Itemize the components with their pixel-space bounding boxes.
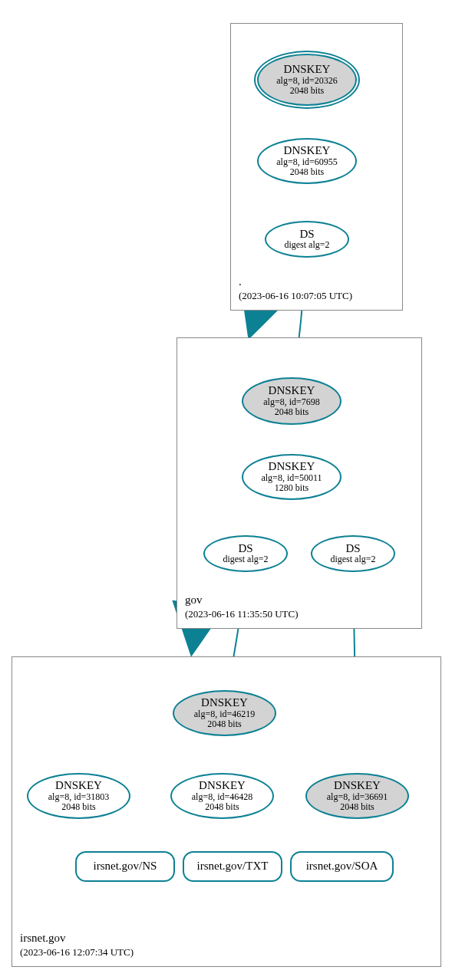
node-title: DNSKEY [334, 780, 381, 792]
node-irs-key2: DNSKEY alg=8, id=46428 2048 bits [170, 773, 274, 819]
node-gov-ksk: DNSKEY alg=8, id=7698 2048 bits [242, 377, 341, 425]
node-root-ksk: DNSKEY alg=8, id=20326 2048 bits [257, 54, 357, 106]
node-gov-ds1: DS digest alg=2 [203, 535, 288, 572]
node-title: irsnet.gov/TXT [197, 860, 269, 873]
node-sub: 2048 bits [207, 719, 241, 729]
node-sub: 1280 bits [275, 483, 308, 493]
node-title: DNSKEY [269, 461, 315, 473]
node-irs-key1: DNSKEY alg=8, id=31803 2048 bits [27, 773, 130, 819]
zone-date-root: (2023-06-16 10:07:05 UTC) [239, 290, 352, 302]
node-title: irsnet.gov/SOA [306, 860, 378, 873]
node-sub: 2048 bits [340, 802, 374, 812]
zone-name-irsnet: irsnet.gov [20, 932, 66, 945]
node-title: DNSKEY [284, 64, 331, 76]
node-title: DNSKEY [201, 697, 248, 709]
zone-date-gov: (2023-06-16 11:35:50 UTC) [185, 608, 299, 620]
node-sub: digest alg=2 [330, 554, 375, 564]
node-title: DS [238, 543, 252, 555]
zone-name-gov: gov [185, 594, 203, 607]
node-irs-key3: DNSKEY alg=8, id=36691 2048 bits [305, 773, 409, 819]
node-title: DNSKEY [55, 780, 102, 792]
zone-date-irsnet: (2023-06-16 12:07:34 UTC) [20, 946, 134, 959]
node-sub: 2048 bits [205, 802, 239, 812]
node-sub: alg=8, id=36691 [327, 792, 388, 802]
node-sub: alg=8, id=7698 [263, 397, 320, 407]
node-irs-soa: irsnet.gov/SOA [290, 851, 394, 882]
node-sub: 2048 bits [290, 167, 324, 177]
node-irs-ksk: DNSKEY alg=8, id=46219 2048 bits [173, 690, 276, 736]
node-sub: 2048 bits [275, 407, 308, 417]
node-title: DNSKEY [284, 145, 331, 157]
node-title: DNSKEY [199, 780, 246, 792]
node-title: DNSKEY [269, 385, 315, 397]
node-sub: alg=8, id=60955 [276, 157, 338, 167]
node-sub: alg=8, id=46219 [194, 709, 256, 719]
node-title: DS [299, 229, 314, 241]
node-sub: alg=8, id=46428 [192, 792, 253, 802]
node-irs-ns: irsnet.gov/NS [75, 851, 175, 882]
node-sub: 2048 bits [290, 86, 324, 96]
node-root-zsk: DNSKEY alg=8, id=60955 2048 bits [257, 138, 357, 184]
zone-name-root: . [239, 275, 242, 288]
node-irs-txt: irsnet.gov/TXT [183, 851, 282, 882]
node-gov-zsk: DNSKEY alg=8, id=50011 1280 bits [242, 454, 341, 500]
node-sub: alg=8, id=20326 [276, 76, 338, 86]
node-root-ds: DS digest alg=2 [265, 221, 349, 258]
node-title: DS [345, 543, 360, 555]
node-sub: digest alg=2 [284, 240, 329, 250]
node-sub: digest alg=2 [223, 554, 268, 564]
node-sub: alg=8, id=50011 [261, 473, 322, 483]
node-sub: 2048 bits [61, 802, 95, 812]
node-sub: alg=8, id=31803 [48, 792, 110, 802]
node-title: irsnet.gov/NS [94, 860, 157, 873]
node-gov-ds2: DS digest alg=2 [311, 535, 395, 572]
